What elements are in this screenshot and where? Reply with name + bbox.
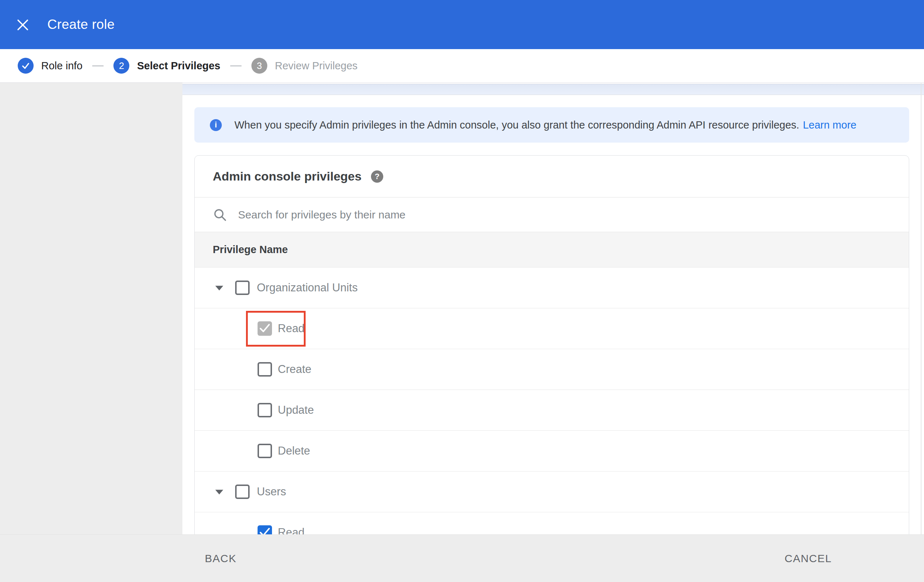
banner-message: When you specify Admin privileges in the… — [234, 119, 799, 131]
privilege-label: Read — [278, 526, 305, 534]
wizard-stepper: Role info 2 Select Privileges 3 Review P… — [0, 49, 924, 83]
step-connector — [92, 65, 104, 66]
learn-more-link[interactable]: Learn more — [803, 119, 856, 131]
privilege-row-users-read: Read — [195, 512, 909, 534]
step-complete-check-icon — [18, 58, 34, 74]
create-checkbox[interactable] — [257, 362, 272, 377]
step-select-privileges[interactable]: 2 Select Privileges — [114, 58, 220, 74]
cancel-button[interactable]: CANCEL — [785, 535, 832, 582]
help-icon[interactable]: ? — [371, 170, 383, 183]
step-review-privileges[interactable]: 3 Review Privileges — [251, 58, 358, 74]
step-label: Select Privileges — [137, 60, 220, 72]
collapse-triangle-icon[interactable] — [215, 490, 223, 495]
step-connector — [230, 65, 242, 66]
users-read-checkbox-checked[interactable] — [257, 525, 272, 534]
step-role-info[interactable]: Role info — [18, 58, 82, 74]
checkmark-icon — [259, 528, 271, 534]
admin-console-privileges-card: Admin console privileges ? Privilege Nam… — [194, 155, 909, 534]
info-icon: i — [210, 119, 222, 131]
read-checkbox-checked[interactable] — [257, 322, 272, 336]
step-number-badge: 3 — [251, 58, 267, 74]
scrolled-content-edge — [182, 84, 924, 95]
create-role-dialog: Create role Role info 2 Select Privilege… — [0, 0, 924, 582]
organizational-units-checkbox[interactable] — [235, 280, 249, 295]
privilege-row-ou-update: Update — [195, 390, 909, 431]
close-x-glyph — [16, 18, 29, 31]
privilege-search-input[interactable] — [238, 209, 780, 221]
scrollbar[interactable] — [921, 83, 921, 534]
search-icon — [213, 208, 227, 222]
close-icon[interactable] — [15, 17, 30, 33]
privilege-row-ou-create: Create — [195, 349, 909, 390]
privilege-label: Update — [278, 404, 314, 417]
app-bar: Create role — [0, 0, 924, 49]
card-header: Admin console privileges ? — [195, 156, 909, 198]
privilege-label: Organizational Units — [257, 281, 358, 294]
privilege-search-row — [195, 198, 909, 232]
footer-action-bar: BACK CANCEL CONTINUE — [0, 534, 924, 582]
info-banner: i When you specify Admin privileges in t… — [194, 107, 909, 143]
privilege-label: Read — [278, 322, 305, 335]
step-label: Review Privileges — [275, 60, 358, 72]
back-button[interactable]: BACK — [205, 535, 237, 582]
collapse-triangle-icon[interactable] — [215, 286, 223, 291]
workspace-background: i When you specify Admin privileges in t… — [0, 83, 924, 582]
privilege-row-ou-delete: Delete — [195, 431, 909, 472]
step-number-badge: 2 — [114, 58, 129, 74]
banner-text: When you specify Admin privileges in the… — [234, 119, 856, 131]
page-title: Create role — [47, 0, 114, 49]
delete-checkbox[interactable] — [257, 444, 272, 458]
privilege-name-column-header: Privilege Name — [195, 232, 909, 267]
privilege-row-organizational-units: Organizational Units — [195, 267, 909, 308]
users-checkbox[interactable] — [235, 485, 249, 499]
card-title: Admin console privileges — [213, 169, 361, 183]
privilege-label: Users — [257, 485, 286, 498]
step-label: Role info — [41, 60, 82, 72]
privilege-label: Create — [278, 363, 311, 376]
privilege-label: Delete — [278, 444, 310, 457]
update-checkbox[interactable] — [257, 403, 272, 417]
privilege-row-ou-read: Read — [195, 308, 909, 349]
checkmark-icon — [259, 323, 271, 334]
privilege-row-users: Users — [195, 472, 909, 512]
content-pane: i When you specify Admin privileges in t… — [182, 83, 924, 534]
